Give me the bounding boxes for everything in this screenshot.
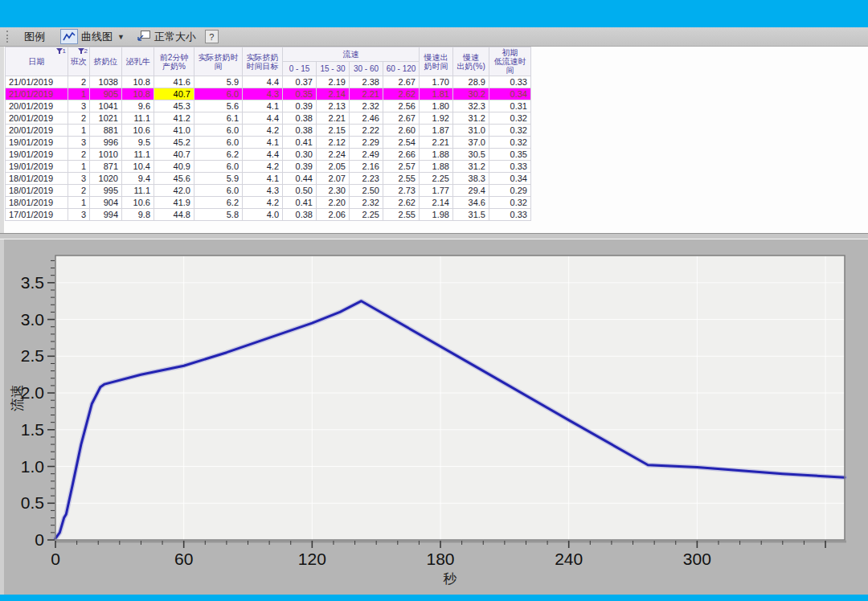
cell[interactable]: 1010 — [90, 149, 122, 161]
cell[interactable]: 0.34 — [489, 173, 531, 185]
cell[interactable]: 4.2 — [243, 125, 283, 137]
cell[interactable]: 2.14 — [420, 197, 453, 209]
cell[interactable]: 20/01/2019 — [6, 125, 68, 137]
cell[interactable]: 10.8 — [122, 76, 154, 88]
cell[interactable]: 45.2 — [154, 137, 194, 149]
column-header[interactable]: 慢速 出奶(%) — [453, 47, 489, 76]
cell[interactable]: 3 — [68, 173, 90, 185]
cell[interactable]: 40.9 — [154, 161, 194, 173]
cell[interactable]: 6.0 — [194, 161, 243, 173]
cell[interactable]: 0.31 — [489, 100, 531, 112]
cell[interactable]: 1 — [68, 88, 90, 100]
column-header[interactable]: 60 - 120 — [383, 62, 420, 76]
cell[interactable]: 4.4 — [243, 149, 283, 161]
cell[interactable]: 2.50 — [350, 185, 383, 197]
cell[interactable]: 0.32 — [489, 197, 531, 209]
cell[interactable]: 0.39 — [283, 100, 317, 112]
cell[interactable]: 9.5 — [122, 137, 154, 149]
cell[interactable]: 41.0 — [154, 125, 194, 137]
cell[interactable]: 2.67 — [383, 112, 420, 125]
cell[interactable]: 0.38 — [283, 125, 317, 137]
cell[interactable]: 2.20 — [317, 197, 350, 209]
cell[interactable]: 20/01/2019 — [6, 100, 68, 112]
cell[interactable]: 0.35 — [283, 88, 317, 100]
table-row[interactable]: 21/01/2019190510.840.76.04.30.352.142.21… — [6, 88, 531, 100]
cell[interactable]: 41.6 — [154, 76, 194, 88]
cell[interactable]: 18/01/2019 — [6, 173, 68, 185]
cell[interactable]: 6.0 — [194, 185, 243, 197]
column-header[interactable]: 实际挤奶 时间目标 — [243, 47, 283, 76]
cell[interactable]: 20/01/2019 — [6, 112, 68, 125]
cell[interactable]: 2.21 — [317, 112, 350, 125]
cell[interactable]: 4.3 — [243, 185, 283, 197]
table-row[interactable]: 20/01/2019188110.641.06.04.20.382.152.22… — [6, 125, 531, 137]
cell[interactable]: 995 — [90, 185, 122, 197]
cell[interactable]: 0.33 — [489, 76, 531, 88]
cell[interactable]: 37.0 — [453, 137, 489, 149]
cell[interactable]: 1020 — [90, 173, 122, 185]
cell[interactable]: 31.5 — [453, 209, 489, 221]
cell[interactable]: 2.14 — [317, 88, 350, 100]
cell[interactable]: 4.4 — [243, 76, 283, 88]
cell[interactable]: 2.12 — [317, 137, 350, 149]
cell[interactable]: 2.73 — [383, 185, 420, 197]
cell[interactable]: 6.0 — [194, 125, 243, 137]
cell[interactable]: 2.25 — [420, 173, 453, 185]
cell[interactable]: 45.6 — [154, 173, 194, 185]
cell[interactable]: 881 — [90, 125, 122, 137]
cell[interactable]: 1021 — [90, 112, 122, 125]
help-button[interactable]: ? — [205, 30, 219, 43]
legend-button[interactable]: 图例 — [18, 27, 51, 47]
cell[interactable]: 0.41 — [283, 197, 317, 209]
column-header[interactable]: 实际挤奶时间 — [194, 47, 243, 76]
cell[interactable]: 38.3 — [453, 173, 489, 185]
cell[interactable]: 41.9 — [154, 197, 194, 209]
cell[interactable]: 2.62 — [383, 197, 420, 209]
cell[interactable]: 9.4 — [122, 173, 154, 185]
cell[interactable]: 2 — [68, 76, 90, 88]
cell[interactable]: 2 — [68, 149, 90, 161]
column-header[interactable]: 0 - 15 — [283, 62, 317, 76]
cell[interactable]: 1.81 — [420, 88, 453, 100]
cell[interactable]: 905 — [90, 88, 122, 100]
cell[interactable]: 4.3 — [243, 88, 283, 100]
cell[interactable]: 2.54 — [383, 137, 420, 149]
cell[interactable]: 4.1 — [243, 137, 283, 149]
cell[interactable]: 10.4 — [122, 161, 154, 173]
cell[interactable]: 5.9 — [194, 76, 243, 88]
cell[interactable]: 31.2 — [453, 161, 489, 173]
cell[interactable]: 21/01/2019 — [6, 76, 68, 88]
cell[interactable]: 2.60 — [383, 125, 420, 137]
cell[interactable]: 44.8 — [154, 209, 194, 221]
cell[interactable]: 30.2 — [453, 88, 489, 100]
cell[interactable]: 2.06 — [317, 209, 350, 221]
filter-funnel-icon[interactable]: 1 — [56, 48, 66, 55]
cell[interactable]: 2.07 — [317, 173, 350, 185]
cell[interactable]: 0.29 — [489, 185, 531, 197]
cell[interactable]: 2.30 — [317, 185, 350, 197]
cell[interactable]: 0.32 — [489, 125, 531, 137]
curve-chart-button[interactable]: 曲线图 ▼ — [56, 28, 129, 45]
cell[interactable]: 5.8 — [194, 209, 243, 221]
cell[interactable]: 30.5 — [453, 149, 489, 161]
cell[interactable]: 871 — [90, 161, 122, 173]
cell[interactable]: 1.77 — [420, 185, 453, 197]
cell[interactable]: 1.88 — [420, 149, 453, 161]
cell[interactable]: 2.62 — [383, 88, 420, 100]
panel-splitter[interactable] — [0, 233, 868, 239]
cell[interactable]: 1 — [68, 161, 90, 173]
cell[interactable]: 0.30 — [283, 149, 317, 161]
cell[interactable]: 32.3 — [453, 100, 489, 112]
filter-funnel-icon[interactable]: 2 — [78, 48, 88, 55]
cell[interactable]: 11.1 — [122, 112, 154, 125]
cell[interactable]: 31.2 — [453, 112, 489, 125]
chevron-down-icon[interactable]: ▼ — [117, 33, 125, 41]
table-row[interactable]: 19/01/20192101011.140.76.24.40.302.242.4… — [6, 149, 531, 161]
cell[interactable]: 2.21 — [420, 137, 453, 149]
column-header[interactable]: 慢速出 奶时间 — [420, 47, 453, 76]
cell[interactable]: 2.32 — [350, 100, 383, 112]
cell[interactable]: 5.9 — [194, 173, 243, 185]
cell[interactable]: 1.87 — [420, 125, 453, 137]
cell[interactable]: 28.9 — [453, 76, 489, 88]
cell[interactable]: 0.41 — [283, 137, 317, 149]
